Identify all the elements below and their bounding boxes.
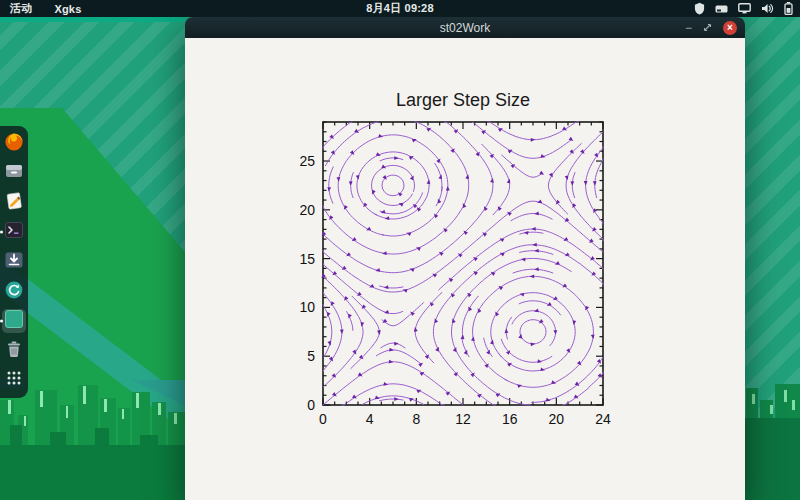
dock-item-downloads[interactable] bbox=[2, 250, 26, 274]
dock bbox=[0, 126, 28, 398]
dock-item-show-applications[interactable] bbox=[2, 368, 26, 392]
dock-item-trash[interactable] bbox=[2, 339, 26, 363]
xgks-app-icon bbox=[4, 309, 24, 333]
window-content: Larger Step Size 048121620240510152025 bbox=[185, 38, 745, 500]
trash-icon bbox=[4, 339, 24, 363]
terminal-icon bbox=[4, 220, 24, 244]
dock-item-software[interactable] bbox=[2, 280, 26, 304]
shield-icon bbox=[694, 2, 705, 15]
y-tick-label: 5 bbox=[307, 348, 315, 364]
x-tick-label: 24 bbox=[595, 411, 611, 427]
app-menu-button[interactable]: Xgks bbox=[54, 3, 81, 15]
dock-item-terminal[interactable] bbox=[2, 220, 26, 244]
x-tick-label: 16 bbox=[502, 411, 518, 427]
streamlines bbox=[323, 122, 603, 405]
app-grid-icon bbox=[6, 370, 22, 390]
y-tick-label: 10 bbox=[299, 299, 315, 315]
dock-item-firefox[interactable] bbox=[2, 132, 26, 156]
status-tray[interactable] bbox=[694, 0, 793, 17]
display-icon bbox=[738, 3, 751, 14]
y-tick-label: 15 bbox=[299, 251, 315, 267]
firefox-icon bbox=[4, 132, 24, 156]
y-tick-label: 0 bbox=[307, 397, 315, 413]
y-tick-label: 25 bbox=[299, 153, 315, 169]
minimize-button[interactable]: − bbox=[685, 22, 692, 34]
volume-icon bbox=[761, 3, 774, 14]
close-button[interactable]: × bbox=[723, 21, 737, 35]
x-tick-label: 20 bbox=[549, 411, 565, 427]
dock-item-text-editor[interactable] bbox=[2, 191, 26, 215]
x-tick-label: 4 bbox=[366, 411, 374, 427]
activities-button[interactable]: 活动 bbox=[10, 1, 32, 16]
input-method-icon bbox=[715, 4, 728, 14]
y-tick-label: 20 bbox=[299, 202, 315, 218]
dock-item-files[interactable] bbox=[2, 161, 26, 185]
software-icon bbox=[4, 280, 24, 304]
x-tick-label: 8 bbox=[412, 411, 420, 427]
clock[interactable]: 8月4日 09:28 bbox=[366, 0, 433, 17]
text-editor-icon bbox=[4, 191, 24, 215]
dock-item-xgks-app[interactable] bbox=[2, 309, 26, 333]
x-tick-label: 12 bbox=[455, 411, 471, 427]
maximize-button[interactable] bbox=[703, 23, 712, 32]
battery-icon bbox=[784, 2, 793, 15]
app-window: st02Work − × Larger Step Size 0481216202… bbox=[185, 17, 745, 500]
running-indicator bbox=[0, 231, 3, 234]
streamline-plot: 048121620240510152025 bbox=[185, 38, 745, 500]
desktop: 活动 Xgks 8月4日 09:28 bbox=[0, 0, 800, 500]
downloads-icon bbox=[4, 250, 24, 274]
files-icon bbox=[4, 161, 24, 185]
skyline-front-right bbox=[745, 418, 800, 500]
top-bar: 活动 Xgks 8月4日 09:28 bbox=[0, 0, 800, 17]
running-indicator bbox=[0, 320, 3, 323]
x-tick-label: 0 bbox=[319, 411, 327, 427]
window-title: st02Work bbox=[185, 17, 745, 38]
window-titlebar[interactable]: st02Work − × bbox=[185, 17, 745, 38]
